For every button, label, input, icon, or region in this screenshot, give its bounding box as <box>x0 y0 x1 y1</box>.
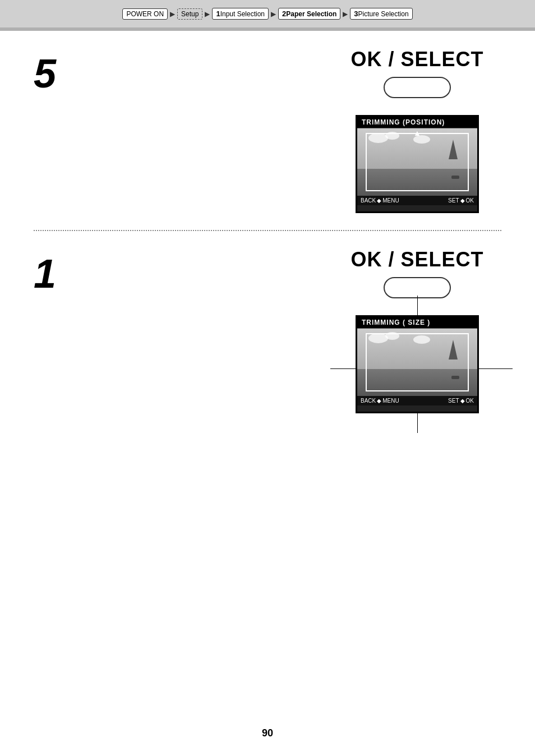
nav-flow: POWER ON ▶ Setup ▶ 1Input Selection ▶ 2P… <box>122 8 412 20</box>
section-5-ok-button[interactable] <box>384 77 451 98</box>
nav-step3: 3Picture Selection <box>350 8 412 20</box>
ok-label-1: OK <box>466 398 474 404</box>
nav-arrow-1: ▶ <box>170 10 175 18</box>
set-label-1: SET <box>448 398 459 404</box>
section-1-number: 1 <box>34 253 79 294</box>
section-1: 1 OK / SELECT TRIMMING ( SIZE ) <box>34 248 501 413</box>
screen-5-title: TRIMMING (POSITION) <box>357 117 477 128</box>
nav-step1: 1Input Selection <box>212 8 269 20</box>
main-content: 5 OK / SELECT TRIMMING (POSITION) <box>0 31 535 441</box>
section-5-right: OK / SELECT TRIMMING (POSITION) <box>333 48 501 213</box>
nav-arrow-4: ▶ <box>343 10 348 18</box>
dotted-separator <box>34 230 501 231</box>
screen-1-footer: BACK ◆ MENU SET ◆ OK <box>357 396 477 405</box>
screen-trimming-size: TRIMMING ( SIZE ) <box>356 315 479 413</box>
nav-power-on-label: POWER ON <box>122 8 168 20</box>
footer-back-1: BACK ◆ MENU <box>361 398 399 404</box>
trimming-frame-5: ▲ <box>366 133 469 191</box>
section-1-right: OK / SELECT TRIMMING ( SIZE ) <box>333 248 501 413</box>
arrow-up-5: ▲ <box>413 128 421 137</box>
nav-arrow-3: ▶ <box>271 10 276 18</box>
screen-5-footer: BACK ◆ MENU SET ◆ OK <box>357 196 477 205</box>
connector-top <box>417 296 418 315</box>
connector-right <box>479 368 513 369</box>
screen-1-wrapper: TRIMMING ( SIZE ) <box>356 315 479 413</box>
nav-step2: 2Paper Selection <box>278 8 340 20</box>
section-5: 5 OK / SELECT TRIMMING (POSITION) <box>34 48 501 213</box>
trimming-frame-1 <box>366 333 469 391</box>
set-icon-1: ◆ <box>460 398 465 404</box>
back-icon-5: ◆ <box>377 197 381 204</box>
nav-arrow-2: ▶ <box>205 10 210 18</box>
connector-left <box>330 368 356 369</box>
menu-label-5: MENU <box>382 197 399 204</box>
footer-set-1: SET ◆ OK <box>448 398 474 404</box>
back-label-5: BACK <box>361 197 376 204</box>
set-icon-5: ◆ <box>460 197 465 204</box>
page-number-value: 90 <box>262 727 273 739</box>
connector-bottom <box>417 413 418 433</box>
section-5-ok-select: OK / SELECT <box>350 48 483 71</box>
screen-5-image: ▲ <box>357 128 477 196</box>
menu-label-1: MENU <box>382 398 399 404</box>
set-label-5: SET <box>448 197 459 204</box>
section-1-ok-select: OK / SELECT <box>350 248 483 271</box>
nav-step3-label: 3Picture Selection <box>350 8 412 20</box>
nav-step1-label: 1Input Selection <box>212 8 269 20</box>
page-number: 90 <box>0 727 535 739</box>
back-icon-1: ◆ <box>377 398 381 404</box>
nav-power-on: POWER ON <box>122 8 168 20</box>
footer-back-5: BACK ◆ MENU <box>361 197 399 204</box>
back-label-1: BACK <box>361 398 376 404</box>
footer-set-5: SET ◆ OK <box>448 197 474 204</box>
nav-bar: POWER ON ▶ Setup ▶ 1Input Selection ▶ 2P… <box>0 0 535 27</box>
section-5-number: 5 <box>34 53 79 94</box>
nav-step2-label: 2Paper Selection <box>278 8 340 20</box>
screen-trimming-position: TRIMMING (POSITION) ▲ <box>356 115 479 213</box>
nav-setup-label: Setup <box>177 8 202 20</box>
screen-1-title: TRIMMING ( SIZE ) <box>357 317 477 329</box>
nav-setup: Setup <box>177 8 202 20</box>
ok-label-5: OK <box>466 197 474 204</box>
screen-1-image <box>357 329 477 396</box>
